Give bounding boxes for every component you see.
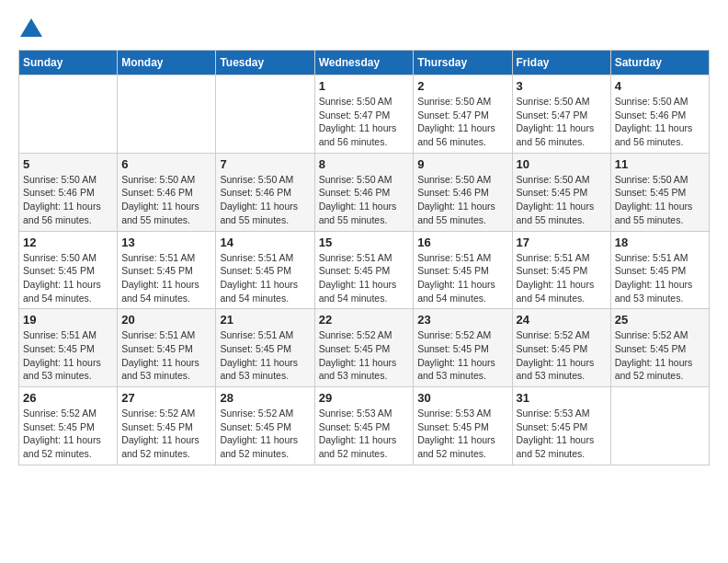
- calendar-cell: [610, 387, 709, 465]
- day-info: Sunrise: 5:51 AM Sunset: 5:45 PM Dayligh…: [23, 328, 113, 383]
- day-info: Sunrise: 5:50 AM Sunset: 5:46 PM Dayligh…: [220, 173, 310, 227]
- weekday-header: Saturday: [610, 51, 709, 75]
- day-info: Sunrise: 5:53 AM Sunset: 5:45 PM Dayligh…: [319, 407, 410, 461]
- day-info: Sunrise: 5:52 AM Sunset: 5:45 PM Dayligh…: [615, 328, 705, 383]
- day-number: 20: [121, 313, 211, 327]
- calendar-cell: 22Sunrise: 5:52 AM Sunset: 5:45 PM Dayli…: [314, 309, 414, 387]
- calendar-cell: 28Sunrise: 5:52 AM Sunset: 5:45 PM Dayli…: [216, 387, 314, 465]
- page-header: [18, 18, 710, 35]
- calendar-cell: [19, 75, 118, 154]
- calendar-cell: 13Sunrise: 5:51 AM Sunset: 5:45 PM Dayli…: [118, 231, 216, 309]
- day-info: Sunrise: 5:50 AM Sunset: 5:46 PM Dayligh…: [615, 95, 705, 149]
- calendar-cell: 2Sunrise: 5:50 AM Sunset: 5:47 PM Daylig…: [414, 75, 512, 154]
- day-number: 18: [615, 236, 705, 249]
- day-info: Sunrise: 5:50 AM Sunset: 5:45 PM Dayligh…: [615, 173, 705, 227]
- day-number: 1: [319, 79, 410, 93]
- day-number: 11: [615, 157, 705, 171]
- calendar-cell: 20Sunrise: 5:51 AM Sunset: 5:45 PM Dayli…: [118, 309, 216, 387]
- calendar-week-row: 19Sunrise: 5:51 AM Sunset: 5:45 PM Dayli…: [19, 309, 710, 387]
- day-info: Sunrise: 5:50 AM Sunset: 5:46 PM Dayligh…: [417, 173, 507, 227]
- calendar-cell: 4Sunrise: 5:50 AM Sunset: 5:46 PM Daylig…: [610, 75, 709, 154]
- calendar-week-row: 12Sunrise: 5:50 AM Sunset: 5:45 PM Dayli…: [19, 231, 710, 309]
- day-number: 29: [319, 391, 410, 405]
- calendar-cell: 7Sunrise: 5:50 AM Sunset: 5:46 PM Daylig…: [216, 153, 314, 231]
- weekday-header: Sunday: [19, 51, 118, 75]
- weekday-header: Tuesday: [216, 51, 314, 75]
- day-number: 4: [615, 79, 705, 93]
- calendar-cell: 3Sunrise: 5:50 AM Sunset: 5:47 PM Daylig…: [512, 75, 610, 154]
- calendar-cell: [118, 75, 216, 154]
- day-info: Sunrise: 5:52 AM Sunset: 5:45 PM Dayligh…: [121, 407, 211, 461]
- day-info: Sunrise: 5:51 AM Sunset: 5:45 PM Dayligh…: [220, 251, 310, 305]
- day-info: Sunrise: 5:50 AM Sunset: 5:47 PM Dayligh…: [517, 95, 607, 149]
- weekday-header: Thursday: [414, 51, 512, 75]
- day-number: 12: [23, 236, 113, 249]
- calendar-cell: 30Sunrise: 5:53 AM Sunset: 5:45 PM Dayli…: [414, 387, 512, 465]
- weekday-header: Friday: [512, 51, 610, 75]
- day-number: 15: [319, 236, 410, 249]
- day-info: Sunrise: 5:51 AM Sunset: 5:45 PM Dayligh…: [220, 328, 310, 383]
- calendar-cell: 31Sunrise: 5:53 AM Sunset: 5:45 PM Dayli…: [512, 387, 610, 465]
- day-number: 19: [23, 313, 113, 327]
- calendar-cell: 15Sunrise: 5:51 AM Sunset: 5:45 PM Dayli…: [314, 231, 414, 309]
- day-number: 9: [417, 157, 507, 171]
- weekday-header: Wednesday: [314, 51, 414, 75]
- calendar-cell: 10Sunrise: 5:50 AM Sunset: 5:45 PM Dayli…: [512, 153, 610, 231]
- calendar-cell: 26Sunrise: 5:52 AM Sunset: 5:45 PM Dayli…: [19, 387, 118, 465]
- day-info: Sunrise: 5:51 AM Sunset: 5:45 PM Dayligh…: [319, 251, 410, 305]
- day-info: Sunrise: 5:50 AM Sunset: 5:46 PM Dayligh…: [319, 173, 410, 227]
- day-number: 8: [319, 157, 410, 171]
- calendar-cell: 24Sunrise: 5:52 AM Sunset: 5:45 PM Dayli…: [512, 309, 610, 387]
- day-info: Sunrise: 5:50 AM Sunset: 5:46 PM Dayligh…: [23, 173, 113, 227]
- weekday-header: Monday: [118, 51, 216, 75]
- day-number: 14: [220, 236, 310, 249]
- day-info: Sunrise: 5:53 AM Sunset: 5:45 PM Dayligh…: [417, 407, 507, 461]
- logo: [18, 18, 44, 35]
- calendar-cell: 21Sunrise: 5:51 AM Sunset: 5:45 PM Dayli…: [216, 309, 314, 387]
- day-info: Sunrise: 5:52 AM Sunset: 5:45 PM Dayligh…: [417, 328, 507, 383]
- calendar-cell: 1Sunrise: 5:50 AM Sunset: 5:47 PM Daylig…: [314, 75, 414, 154]
- day-info: Sunrise: 5:50 AM Sunset: 5:45 PM Dayligh…: [23, 251, 113, 305]
- calendar-cell: 6Sunrise: 5:50 AM Sunset: 5:46 PM Daylig…: [118, 153, 216, 231]
- calendar-cell: 23Sunrise: 5:52 AM Sunset: 5:45 PM Dayli…: [414, 309, 512, 387]
- day-number: 2: [417, 79, 507, 93]
- calendar-cell: 9Sunrise: 5:50 AM Sunset: 5:46 PM Daylig…: [414, 153, 512, 231]
- day-number: 21: [220, 313, 310, 327]
- day-number: 26: [23, 391, 113, 405]
- weekday-header-row: SundayMondayTuesdayWednesdayThursdayFrid…: [19, 51, 710, 75]
- calendar-cell: 8Sunrise: 5:50 AM Sunset: 5:46 PM Daylig…: [314, 153, 414, 231]
- calendar-cell: 19Sunrise: 5:51 AM Sunset: 5:45 PM Dayli…: [19, 309, 118, 387]
- day-number: 27: [121, 391, 211, 405]
- day-number: 28: [220, 391, 310, 405]
- day-info: Sunrise: 5:52 AM Sunset: 5:45 PM Dayligh…: [319, 328, 410, 383]
- day-number: 25: [615, 313, 705, 327]
- svg-marker-0: [20, 18, 42, 37]
- calendar-week-row: 5Sunrise: 5:50 AM Sunset: 5:46 PM Daylig…: [19, 153, 710, 231]
- logo-icon: [20, 18, 42, 37]
- day-info: Sunrise: 5:52 AM Sunset: 5:45 PM Dayligh…: [517, 328, 607, 383]
- day-number: 6: [121, 157, 211, 171]
- calendar-cell: 12Sunrise: 5:50 AM Sunset: 5:45 PM Dayli…: [19, 231, 118, 309]
- calendar-cell: 5Sunrise: 5:50 AM Sunset: 5:46 PM Daylig…: [19, 153, 118, 231]
- calendar-cell: 27Sunrise: 5:52 AM Sunset: 5:45 PM Dayli…: [118, 387, 216, 465]
- calendar-cell: [216, 75, 314, 154]
- day-info: Sunrise: 5:51 AM Sunset: 5:45 PM Dayligh…: [517, 251, 607, 305]
- calendar-cell: 16Sunrise: 5:51 AM Sunset: 5:45 PM Dayli…: [414, 231, 512, 309]
- day-number: 31: [517, 391, 607, 405]
- day-info: Sunrise: 5:50 AM Sunset: 5:45 PM Dayligh…: [517, 173, 607, 227]
- day-info: Sunrise: 5:51 AM Sunset: 5:45 PM Dayligh…: [615, 251, 705, 305]
- calendar-cell: 25Sunrise: 5:52 AM Sunset: 5:45 PM Dayli…: [610, 309, 709, 387]
- calendar-cell: 18Sunrise: 5:51 AM Sunset: 5:45 PM Dayli…: [610, 231, 709, 309]
- day-info: Sunrise: 5:50 AM Sunset: 5:46 PM Dayligh…: [121, 173, 211, 227]
- day-info: Sunrise: 5:51 AM Sunset: 5:45 PM Dayligh…: [121, 251, 211, 305]
- calendar-cell: 29Sunrise: 5:53 AM Sunset: 5:45 PM Dayli…: [314, 387, 414, 465]
- day-info: Sunrise: 5:52 AM Sunset: 5:45 PM Dayligh…: [220, 407, 310, 461]
- day-number: 23: [417, 313, 507, 327]
- calendar-week-row: 1Sunrise: 5:50 AM Sunset: 5:47 PM Daylig…: [19, 75, 710, 154]
- day-number: 24: [517, 313, 607, 327]
- calendar-cell: 14Sunrise: 5:51 AM Sunset: 5:45 PM Dayli…: [216, 231, 314, 309]
- day-info: Sunrise: 5:53 AM Sunset: 5:45 PM Dayligh…: [517, 407, 607, 461]
- calendar-cell: 11Sunrise: 5:50 AM Sunset: 5:45 PM Dayli…: [610, 153, 709, 231]
- day-number: 7: [220, 157, 310, 171]
- calendar-week-row: 26Sunrise: 5:52 AM Sunset: 5:45 PM Dayli…: [19, 387, 710, 465]
